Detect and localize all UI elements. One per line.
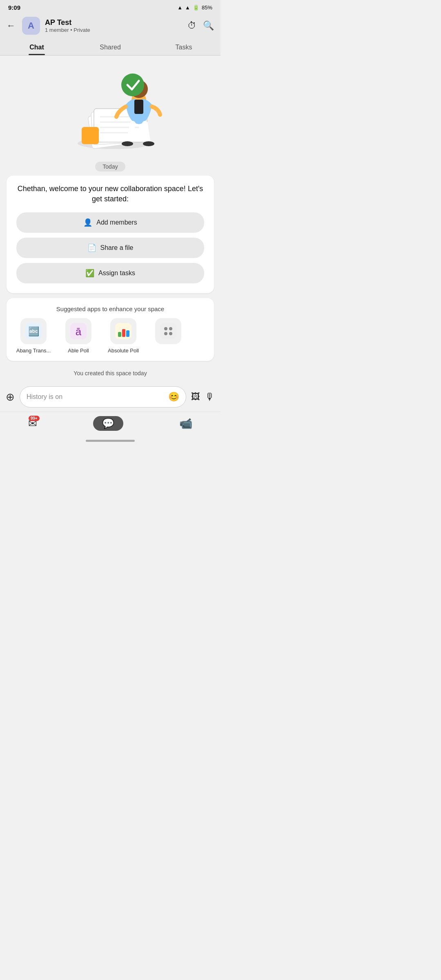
- nav-video[interactable]: 📹: [179, 417, 192, 430]
- header: ← A AP Test 1 member • Private ⏱ 🔍: [0, 13, 220, 38]
- share-file-button[interactable]: 📄 Share a file: [16, 238, 204, 258]
- assign-tasks-button[interactable]: ✅ Assign tasks: [16, 263, 204, 283]
- able-poll-label: Able Poll: [68, 347, 89, 354]
- status-icons: ▲ ▲ 🔋 85%: [177, 4, 212, 11]
- wifi-icon: ▲: [177, 4, 183, 11]
- main-content: Today Chethan, welcome to your new colla…: [0, 56, 220, 382]
- svg-point-14: [143, 141, 154, 146]
- chat-icon: 💬: [102, 418, 114, 429]
- illustration-area: [0, 56, 220, 158]
- add-members-button[interactable]: 👤 Add members: [16, 212, 204, 233]
- timer-icon[interactable]: ⏱: [187, 20, 196, 31]
- today-pill: Today: [95, 162, 125, 172]
- header-info: AP Test 1 member • Private: [45, 18, 183, 33]
- absolute-poll-icon: [110, 318, 136, 344]
- svg-point-28: [169, 332, 172, 335]
- suggested-title: Suggested apps to enhance your space: [13, 305, 207, 312]
- able-poll-icon: ā: [65, 318, 91, 344]
- svg-point-15: [121, 74, 144, 96]
- svg-rect-22: [122, 329, 125, 337]
- space-title: AP Test: [45, 18, 183, 27]
- image-button[interactable]: 🖼: [191, 392, 200, 402]
- apps-row: 🔤 Abang Trans... ā Able Poll: [13, 318, 207, 354]
- home-bar: [86, 440, 135, 442]
- svg-rect-12: [134, 100, 143, 114]
- welcome-card: Chethan, welcome to your new collaborati…: [7, 176, 214, 293]
- nav-mail[interactable]: ✉ 99+: [28, 417, 37, 430]
- svg-rect-23: [126, 330, 129, 337]
- status-bar: 9:09 ▲ ▲ 🔋 85%: [0, 0, 220, 13]
- share-file-label: Share a file: [100, 244, 134, 252]
- add-person-icon: 👤: [83, 218, 92, 227]
- task-icon: ✅: [85, 269, 94, 278]
- message-input-field[interactable]: History is on 😊: [20, 386, 186, 408]
- nav-chat[interactable]: 💬: [93, 416, 123, 431]
- battery-percent: 85%: [202, 4, 212, 11]
- space-created-label: You created this space today: [0, 366, 220, 382]
- svg-point-26: [169, 327, 172, 330]
- tabs: Chat Shared Tasks: [0, 38, 220, 56]
- bottom-nav: ✉ 99+ 💬 📹: [0, 412, 220, 437]
- tab-tasks[interactable]: Tasks: [147, 38, 220, 55]
- svg-point-25: [164, 327, 167, 330]
- svg-point-13: [122, 141, 133, 146]
- svg-text:ā: ā: [76, 325, 82, 338]
- suggested-apps-section: Suggested apps to enhance your space 🔤 A…: [7, 298, 214, 361]
- microphone-button[interactable]: 🎙: [205, 391, 215, 403]
- svg-point-27: [164, 332, 167, 335]
- svg-rect-24: [160, 323, 176, 339]
- mail-badge: 99+: [29, 416, 40, 421]
- space-subtitle: 1 member • Private: [45, 27, 183, 33]
- add-button[interactable]: ⊕: [6, 391, 15, 403]
- tab-shared[interactable]: Shared: [74, 38, 147, 55]
- more-apps-icon: [155, 318, 181, 344]
- signal-icon: ▲: [185, 4, 190, 11]
- emoji-button[interactable]: 😊: [168, 392, 179, 402]
- app-abang-translate[interactable]: 🔤 Abang Trans...: [13, 318, 54, 354]
- app-absolute-poll[interactable]: Absolute Poll: [103, 318, 144, 354]
- app-more[interactable]: more: [148, 318, 189, 354]
- abang-label: Abang Trans...: [16, 347, 51, 354]
- status-time: 9:09: [8, 4, 20, 11]
- welcome-illustration: [57, 64, 163, 154]
- home-indicator: [0, 437, 220, 443]
- add-members-label: Add members: [96, 219, 137, 226]
- absolute-poll-label: Absolute Poll: [108, 347, 139, 354]
- input-bar: ⊕ History is on 😊 🖼 🎙: [0, 382, 220, 412]
- file-icon: 📄: [87, 243, 96, 252]
- svg-text:🔤: 🔤: [28, 326, 40, 337]
- avatar: A: [22, 17, 40, 35]
- abang-icon: 🔤: [20, 318, 47, 344]
- tab-chat[interactable]: Chat: [0, 38, 74, 55]
- welcome-text: Chethan, welcome to your new collaborati…: [16, 184, 204, 204]
- svg-rect-8: [82, 127, 99, 144]
- today-label: Today: [0, 162, 220, 172]
- svg-rect-21: [118, 332, 121, 337]
- header-actions: ⏱ 🔍: [187, 20, 214, 31]
- battery-icon: 🔋: [193, 4, 199, 11]
- video-icon: 📹: [179, 417, 192, 430]
- input-placeholder: History is on: [27, 393, 165, 401]
- search-icon[interactable]: 🔍: [203, 20, 214, 31]
- app-able-poll[interactable]: ā Able Poll: [58, 318, 99, 354]
- assign-tasks-label: Assign tasks: [98, 270, 135, 277]
- back-button[interactable]: ←: [5, 19, 17, 33]
